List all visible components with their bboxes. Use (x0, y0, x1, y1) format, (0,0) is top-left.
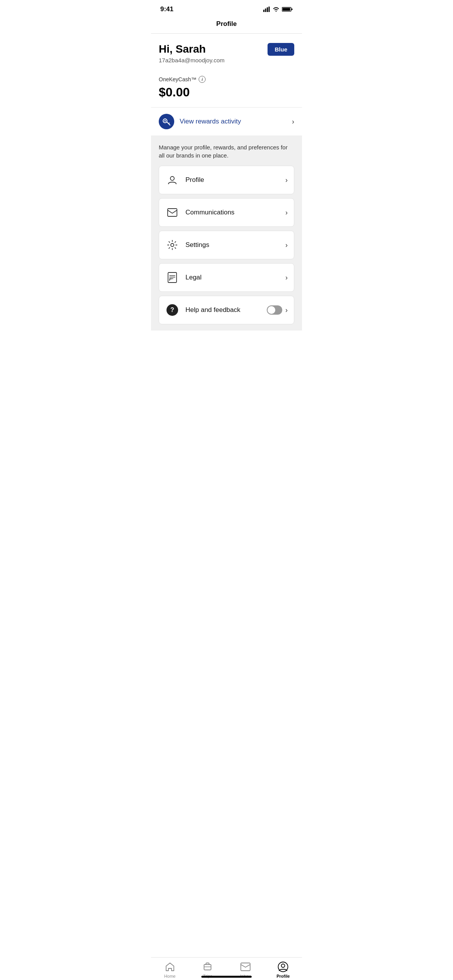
profile-label: Profile (185, 176, 285, 184)
legal-chevron-icon: › (285, 274, 288, 282)
rewards-section: OneKeyCash™ i $0.00 (151, 70, 302, 99)
svg-line-10 (169, 123, 170, 124)
page-header: Profile (151, 16, 302, 34)
info-icon[interactable]: i (199, 76, 206, 83)
toggle-switch[interactable] (267, 305, 282, 315)
profile-chevron-icon: › (285, 176, 288, 184)
status-icons (263, 7, 293, 12)
menu-item-settings[interactable]: Settings › (159, 231, 294, 259)
svg-rect-3 (269, 7, 270, 12)
status-time: 9:41 (160, 5, 173, 13)
settings-chevron-icon: › (285, 241, 288, 249)
key-icon (162, 117, 171, 126)
manage-text: Manage your profile, rewards, and prefer… (159, 143, 294, 159)
signal-icon (263, 7, 270, 12)
user-top: Hi, Sarah 17a2ba4a@moodjoy.com Blue (159, 43, 294, 63)
communications-label: Communications (185, 209, 285, 216)
svg-rect-6 (283, 8, 290, 11)
onekey-icon (159, 114, 174, 129)
status-bar: 9:41 (151, 0, 302, 16)
view-rewards-activity-button[interactable]: View rewards activity › (151, 107, 302, 135)
user-greeting: Hi, Sarah (159, 43, 225, 55)
menu-item-communications[interactable]: Communications › (159, 198, 294, 227)
svg-rect-13 (168, 209, 177, 216)
legal-label: Legal (185, 274, 285, 281)
menu-item-legal[interactable]: Legal › (159, 263, 294, 292)
rewards-activity-text: View rewards activity (180, 118, 292, 125)
question-icon: ? (165, 303, 179, 317)
document-icon (165, 271, 179, 284)
menu-item-profile[interactable]: Profile › (159, 166, 294, 194)
menu-list: Profile › Communications › Settings (159, 166, 294, 324)
rewards-label: OneKeyCash™ i (159, 76, 294, 83)
svg-rect-2 (267, 7, 268, 12)
help-chevron-icon: › (285, 306, 288, 314)
svg-point-12 (170, 176, 174, 180)
svg-point-11 (165, 120, 166, 122)
communications-chevron-icon: › (285, 209, 288, 217)
gear-icon (165, 238, 179, 252)
menu-item-help[interactable]: ? Help and feedback › (159, 296, 294, 324)
svg-point-4 (276, 11, 276, 12)
user-info: Hi, Sarah 17a2ba4a@moodjoy.com (159, 43, 225, 63)
settings-label: Settings (185, 241, 285, 249)
svg-rect-15 (168, 272, 177, 283)
tier-badge[interactable]: Blue (268, 43, 294, 56)
page-title: Profile (216, 20, 237, 27)
svg-rect-7 (292, 9, 293, 10)
battery-icon (282, 7, 293, 12)
chevron-right-icon: › (292, 118, 294, 126)
user-section: Hi, Sarah 17a2ba4a@moodjoy.com Blue (151, 34, 302, 70)
help-label: Help and feedback (185, 306, 267, 314)
rewards-amount: $0.00 (159, 85, 294, 99)
wifi-icon (273, 7, 280, 12)
svg-point-14 (171, 243, 174, 247)
person-icon (165, 173, 179, 187)
gray-section: Manage your profile, rewards, and prefer… (151, 135, 302, 331)
svg-rect-1 (265, 9, 266, 12)
svg-rect-0 (263, 10, 264, 12)
user-email: 17a2ba4a@moodjoy.com (159, 57, 225, 63)
envelope-icon (165, 206, 179, 219)
